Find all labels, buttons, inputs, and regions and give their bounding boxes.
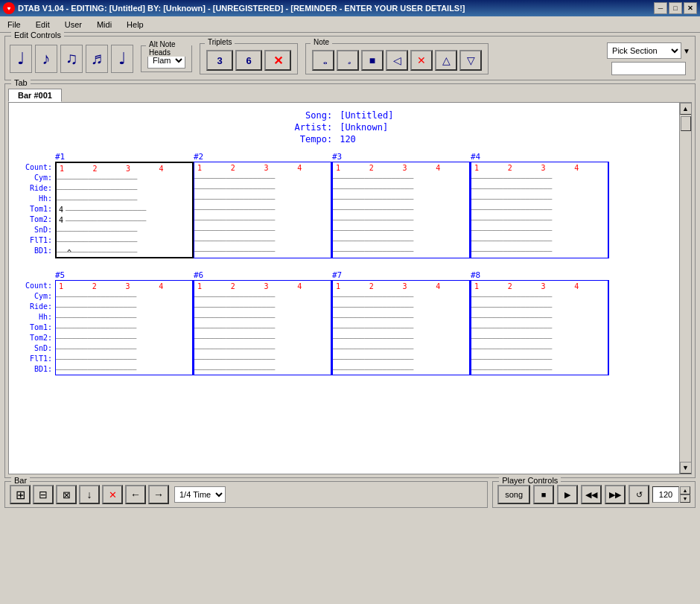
bar-move-right-button[interactable]: → <box>148 485 169 504</box>
label2-hh: Hh: <box>15 311 55 322</box>
note-btn-2[interactable]: ♪ <box>35 45 57 73</box>
note-solid-button[interactable]: ■ <box>361 50 384 71</box>
note-down-button[interactable]: ▽ <box>459 50 482 71</box>
bar-5[interactable]: 1 2 3 4 ────────────────── ─────────────… <box>55 280 194 375</box>
tab-rows-1: Count: Cym: Ride: Hh: Tom1: Tom2: SnD: F… <box>15 162 673 258</box>
bar-control-panel: Bar ⊞ ⊟ ⊠ ↓ ✕ ← → 1/4 Time 2/4 Time 3/4 … <box>4 481 488 508</box>
bar-6-ride: ────────────────── <box>194 302 331 312</box>
note-whole-button[interactable]: 𝅝 <box>312 50 334 71</box>
bar-6[interactable]: 1 2 3 4 ────────────────── ─────────────… <box>194 280 332 375</box>
bar-move-down-button[interactable]: ↓ <box>79 485 100 504</box>
tempo-down-button[interactable]: ▼ <box>680 495 690 503</box>
fast-forward-button[interactable]: ▶▶ <box>605 485 626 504</box>
bar-panel-label: Bar <box>11 476 30 485</box>
scroll-up-button[interactable]: ▲ <box>680 103 692 115</box>
menu-user[interactable]: User <box>60 19 86 31</box>
note-btn-4[interactable]: ♬ <box>86 45 108 73</box>
menu-midi[interactable]: Midi <box>92 19 116 31</box>
label2-cym: Cym: <box>15 290 55 301</box>
bar-3[interactable]: 1 2 3 4 ────────────────── ─────────────… <box>332 162 471 258</box>
bar-move-left-button[interactable]: ← <box>125 485 146 504</box>
bar-1-snd: ────────────────── <box>57 226 192 236</box>
bar-4-hh: ────────────────── <box>471 194 608 204</box>
scroll-down-button[interactable]: ▼ <box>680 462 692 474</box>
note-group-label: Note <box>311 38 332 46</box>
bar-2[interactable]: 1 2 3 4 ────────────────── ─────────────… <box>194 162 332 258</box>
time-signature-wrap: 1/4 Time 2/4 Time 3/4 Time 4/4 Time <box>174 486 226 503</box>
bar-1-tom1: 4 ────────────────── <box>57 205 192 215</box>
bar-7-count: 1 2 3 4 <box>333 281 469 291</box>
note-left-button[interactable]: ◁ <box>386 50 408 71</box>
triplet-3-button[interactable]: 3 <box>206 50 233 71</box>
bar-7-ride: ────────────────── <box>333 302 469 312</box>
drum-section-row1: #1 #2 #3 #4 Count: Cym: Ride: Hh: Tom1: … <box>15 152 673 258</box>
vertical-scrollbar[interactable]: ▲ ▼ <box>679 103 691 474</box>
bar-2-snd: ────────────────── <box>194 225 331 235</box>
pick-section-input[interactable] <box>611 62 686 75</box>
bar-add-button[interactable]: ⊞ <box>10 485 31 504</box>
note-up-button[interactable]: △ <box>435 50 457 71</box>
time-signature-select[interactable]: 1/4 Time 2/4 Time 3/4 Time 4/4 Time <box>174 486 226 503</box>
bar-4-tom1: ────────────────── <box>471 204 608 214</box>
bar-4-count: 1 2 3 4 <box>471 162 608 173</box>
label2-flt1: FlT1: <box>15 353 55 363</box>
bottom-area: Bar ⊞ ⊟ ⊠ ↓ ✕ ← → 1/4 Time 2/4 Time 3/4 … <box>4 481 696 508</box>
play-button[interactable]: ▶ <box>557 485 578 504</box>
bar-delete-button[interactable]: ✕ <box>102 485 123 504</box>
bar-8-bd1: ────────────────── <box>471 364 608 375</box>
bar-3-tom1: ────────────────── <box>333 204 469 214</box>
bar-1-cym: ────────────────── <box>57 174 192 184</box>
note-half-button[interactable]: 𝅗 <box>337 50 359 71</box>
triplets-label: Triplets <box>205 38 235 46</box>
tempo-up-button[interactable]: ▲ <box>680 486 690 495</box>
close-button[interactable]: ✕ <box>684 2 697 14</box>
bar-num-3: #3 <box>332 152 471 162</box>
note-clear-button[interactable]: ✕ <box>410 50 433 71</box>
rewind-button[interactable]: ◀◀ <box>581 485 602 504</box>
menu-file[interactable]: File <box>3 19 25 31</box>
bar-1-bd1: ────────────────── <box>57 247 192 257</box>
bar-5-snd: ────────────────── <box>56 343 192 354</box>
bar-7-tom2: ────────────────── <box>333 333 469 343</box>
menu-help[interactable]: Help <box>122 19 148 31</box>
bars-area-row1: 1 2 3 4 ────────────────── <box>55 162 673 258</box>
bar-6-bd1: ────────────────── <box>194 364 331 375</box>
loop-button[interactable]: ↺ <box>629 485 649 504</box>
player-controls-panel: Player Controls song ■ ▶ ◀◀ ▶▶ ↺ ▲ ▼ <box>492 481 696 508</box>
triplet-clear-button[interactable]: ✕ <box>264 50 291 71</box>
note-btn-1[interactable]: ♩ <box>10 45 32 73</box>
triplet-6-button[interactable]: 6 <box>235 50 262 71</box>
song-button[interactable]: song <box>497 485 530 504</box>
player-panel-label: Player Controls <box>499 476 561 485</box>
bar-4[interactable]: 1 2 3 4 ────────────────── ─────────────… <box>471 162 609 258</box>
bar-remove-button[interactable]: ⊟ <box>33 485 54 504</box>
bar-6-count: 1 2 3 4 <box>194 281 331 291</box>
bar-num-8: #8 <box>471 270 609 280</box>
maximize-button[interactable]: □ <box>669 2 682 14</box>
bar-7[interactable]: 1 2 3 4 ────────────────── ─────────────… <box>332 280 471 375</box>
scroll-thumb[interactable] <box>681 116 691 131</box>
bar-5-ride: ────────────────── <box>56 302 192 312</box>
tempo-input[interactable] <box>652 486 679 503</box>
menu-edit[interactable]: Edit <box>31 19 54 31</box>
bar-8[interactable]: 1 2 3 4 ────────────────── ─────────────… <box>471 280 609 375</box>
bar-5-bd1: ────────────────── <box>56 364 192 375</box>
bar-5-tom2: ────────────────── <box>56 333 192 343</box>
note-btn-3[interactable]: ♫ <box>60 45 83 73</box>
bar-cut-button[interactable]: ⊠ <box>56 485 77 504</box>
tab-bar-001[interactable]: Bar #001 <box>8 89 62 102</box>
bar-1-tom2: 4 ────────────────── <box>57 215 192 226</box>
stop-button[interactable]: ■ <box>533 485 554 504</box>
label2-snd: SnD: <box>15 343 55 353</box>
bar-numbers-row1: #1 #2 #3 #4 <box>55 152 673 162</box>
edit-controls-label: Edit Controls <box>11 31 64 39</box>
pick-section-dropdown-arrow[interactable]: ▼ <box>683 47 690 55</box>
note-btn-5[interactable]: ♩ <box>111 45 133 73</box>
bar-3-flt1: ────────────────── <box>333 235 469 246</box>
bar-2-tom2: ────────────────── <box>194 214 331 225</box>
bar-2-bd1: ────────────────── <box>194 246 331 256</box>
bar-1[interactable]: 1 2 3 4 ────────────────── <box>55 162 194 258</box>
bar-num-2: #2 <box>194 152 332 162</box>
minimize-button[interactable]: ─ <box>654 2 667 14</box>
pick-section-select[interactable]: Pick Section <box>607 42 681 59</box>
